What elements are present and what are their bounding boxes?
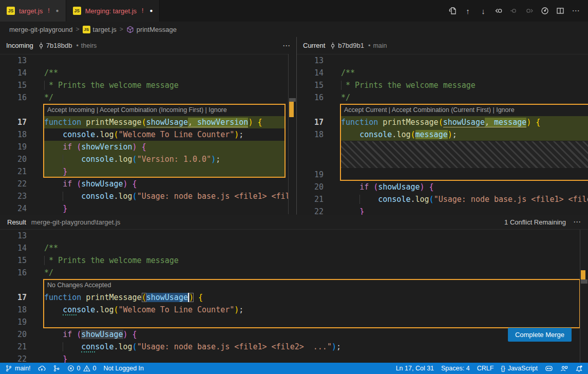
- js-file-icon: JS: [83, 26, 90, 33]
- code-line[interactable]: 22 }: [0, 353, 588, 363]
- code-line[interactable]: 14/**: [297, 67, 588, 79]
- line-number: 19: [297, 169, 324, 181]
- commit-info: 7b18bdb: [37, 42, 72, 49]
- more-actions-icon[interactable]: ⋯: [573, 217, 581, 227]
- line-number: 18: [0, 128, 27, 141]
- copilot-status-item[interactable]: [541, 363, 557, 374]
- merge-input-panes: Incoming 7b18bdb •theirs ⋯ 1314/**15 * P…: [0, 37, 588, 214]
- code-line[interactable]: 20 console.log("Version: 1.0.0");: [0, 153, 296, 165]
- code-line[interactable]: 20 if (showUsage) {: [297, 181, 588, 193]
- dirty-dot-icon[interactable]: ●: [56, 8, 59, 13]
- code-line[interactable]: 16*/: [0, 267, 588, 279]
- code-line[interactable]: 19: [0, 316, 588, 328]
- code-line[interactable]: 18 console.log("Welcome To Line Counter"…: [0, 128, 296, 141]
- breadcrumb-folder[interactable]: merge-git-playground: [9, 26, 73, 33]
- open-changes-icon[interactable]: [446, 5, 459, 17]
- code-line[interactable]: 18 console.log("Welcome To Line Counter"…: [0, 304, 588, 316]
- code-line[interactable]: 19 if (showVersion) {: [0, 141, 296, 153]
- previous-conflict-icon[interactable]: [492, 5, 505, 17]
- code-line[interactable]: 21 }: [0, 165, 296, 178]
- line-number: 15: [0, 79, 27, 91]
- code-line[interactable]: 14/**: [0, 67, 296, 79]
- publish-status-item[interactable]: [34, 363, 49, 374]
- code-line[interactable]: 14/**: [0, 242, 588, 254]
- merge-conflict-actions[interactable]: No Changes Accepted: [0, 279, 588, 291]
- code-line[interactable]: 13: [0, 54, 296, 67]
- current-code-editor[interactable]: 1314/**15 * Prints the welcome message16…: [297, 54, 588, 215]
- code-line[interactable]: 21 console.log("Usage: node base.js <fil…: [297, 193, 588, 205]
- next-change-icon[interactable]: [523, 5, 536, 17]
- branch-status-item[interactable]: main!: [0, 363, 34, 374]
- previous-change-icon[interactable]: [508, 5, 520, 17]
- line-number: [297, 104, 324, 116]
- breadcrumb-symbol[interactable]: printMessage: [126, 26, 177, 33]
- code-line[interactable]: 15 * Prints the welcome message: [0, 79, 296, 91]
- breadcrumb-file[interactable]: JS target.js: [83, 26, 117, 33]
- indentation-item[interactable]: Spaces: 4: [438, 363, 473, 374]
- tab-target-js[interactable]: JS target.js ! ●: [0, 0, 66, 22]
- feedback-icon: [560, 365, 568, 372]
- scrollbar-overview-ruler[interactable]: [288, 54, 296, 214]
- merge-conflict-actions[interactable]: Accept Current | Accept Combination (Cur…: [297, 104, 588, 116]
- error-icon: [67, 365, 74, 372]
- code-line[interactable]: 21 console.log("Usage: node base.js <fil…: [0, 341, 588, 353]
- login-status-item[interactable]: Not Logged In: [100, 363, 147, 374]
- line-number: [0, 279, 27, 291]
- line-number: 22: [297, 205, 324, 215]
- more-actions-icon[interactable]: ⋯: [282, 41, 290, 50]
- more-actions-icon[interactable]: ⋯: [570, 5, 582, 17]
- code-line[interactable]: 17function printMessage(showUsage) {: [0, 291, 588, 304]
- scrollbar-overview-ruler[interactable]: [580, 230, 588, 363]
- notifications-bell-icon[interactable]: [572, 363, 588, 374]
- code-line[interactable]: 19: [297, 169, 588, 181]
- feedback-status-item[interactable]: [557, 363, 572, 374]
- merge-status-item[interactable]: [49, 363, 64, 374]
- pane-title: Current: [303, 42, 325, 49]
- line-number: [0, 104, 27, 116]
- line-number: 15: [297, 79, 324, 91]
- incoming-code-editor[interactable]: 1314/**15 * Prints the welcome message16…: [0, 54, 296, 215]
- result-code-editor[interactable]: Complete Merge 1314/**15 * Prints the we…: [0, 230, 588, 363]
- cursor-position-item[interactable]: Ln 17, Col 31: [392, 363, 438, 374]
- bell-icon: [575, 365, 583, 372]
- code-line[interactable]: 20 if (showUsage) {: [0, 328, 588, 341]
- code-line[interactable]: 16*/: [0, 91, 296, 104]
- vscode-merge-editor: JS target.js ! ● JS Merging: target.js !…: [0, 0, 588, 374]
- code-line[interactable]: 18 console.log(message);: [297, 128, 588, 141]
- complete-merge-button[interactable]: Complete Merge: [508, 328, 572, 342]
- code-line[interactable]: 15 * Prints the welcome message: [0, 254, 588, 267]
- line-number: 20: [297, 181, 324, 193]
- code-line[interactable]: 22 if (showUsage) {: [0, 178, 296, 190]
- code-line[interactable]: 23 console.log("Usage: node base.js <fil…: [0, 190, 296, 202]
- tab-bar: JS target.js ! ● JS Merging: target.js !…: [0, 0, 588, 22]
- code-line[interactable]: 13: [297, 54, 588, 67]
- ref-label: •main: [368, 42, 387, 49]
- arrow-down-icon[interactable]: ↓: [477, 5, 489, 17]
- split-editor-icon[interactable]: [554, 5, 566, 17]
- braces-icon: {}: [501, 365, 505, 372]
- line-number: 17: [0, 116, 27, 128]
- code-line[interactable]: 13: [0, 230, 588, 242]
- code-line[interactable]: 15 * Prints the welcome message: [297, 79, 588, 91]
- line-number: 24: [0, 202, 27, 215]
- code-line[interactable]: 16*/: [297, 91, 588, 104]
- tab-merging-target-js[interactable]: JS Merging: target.js ! ●: [66, 0, 160, 22]
- code-line[interactable]: 17function printMessage(showUsage, showV…: [0, 116, 296, 128]
- language-mode-item[interactable]: {} JavaScript: [497, 363, 541, 374]
- eol-item[interactable]: CRLF: [473, 363, 498, 374]
- code-line[interactable]: 17function printMessage(showUsage, messa…: [297, 116, 588, 128]
- merge-conflict-actions[interactable]: Accept Incoming | Accept Combination (In…: [0, 104, 296, 116]
- dirty-dot-icon[interactable]: ●: [149, 8, 153, 13]
- problems-status-item[interactable]: 0 0: [64, 363, 100, 374]
- incoming-pane: Incoming 7b18bdb •theirs ⋯ 1314/**15 * P…: [0, 37, 297, 214]
- open-base-icon[interactable]: [539, 5, 551, 17]
- incoming-pane-header: Incoming 7b18bdb •theirs ⋯: [0, 37, 296, 54]
- code-line[interactable]: 24 }: [0, 202, 296, 215]
- line-number: 17: [297, 116, 324, 128]
- line-number: 20: [0, 153, 27, 165]
- conflict-remaining-counter: 1 Conflict Remaining: [504, 218, 566, 226]
- code-line[interactable]: 22 }: [297, 205, 588, 215]
- line-number: 19: [0, 316, 27, 328]
- line-number: 19: [0, 141, 27, 153]
- arrow-up-icon[interactable]: ↑: [462, 5, 474, 17]
